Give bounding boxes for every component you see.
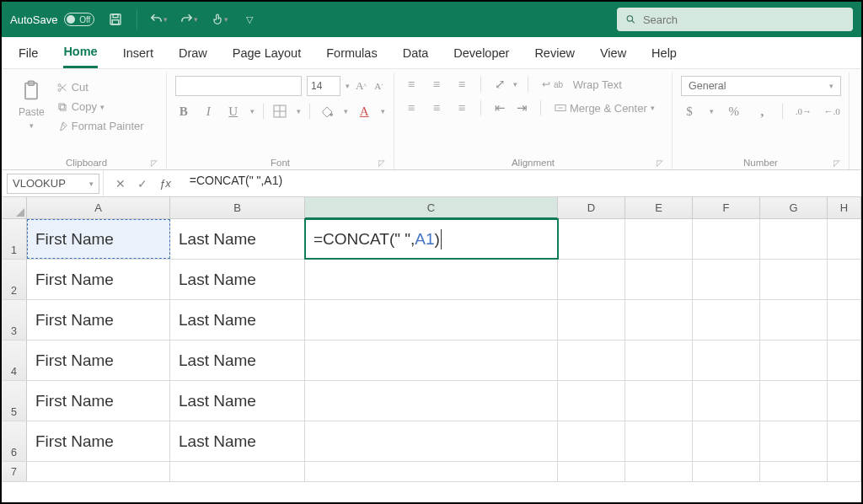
cell[interactable]: Last Name (170, 340, 305, 380)
tab-view[interactable]: View (600, 37, 626, 68)
search-input[interactable] (643, 13, 844, 26)
cell[interactable] (170, 462, 305, 481)
font-color-button[interactable]: A (356, 103, 373, 120)
cell[interactable] (625, 381, 693, 421)
cell[interactable]: First Name (27, 340, 170, 380)
decrease-font-icon[interactable]: Aˇ (373, 78, 385, 94)
enter-formula-icon[interactable]: ✓ (137, 177, 147, 190)
undo-icon[interactable]: ▾ (149, 10, 168, 29)
cell-C1-editing[interactable]: =CONCAT(" ",A1) (305, 219, 558, 259)
align-bottom-icon[interactable]: ≡ (453, 76, 470, 93)
cell[interactable] (558, 219, 625, 259)
tab-data[interactable]: Data (403, 37, 429, 68)
cell[interactable] (305, 300, 558, 340)
cell[interactable] (693, 260, 760, 299)
increase-font-icon[interactable]: A^ (355, 78, 367, 94)
cell[interactable]: First Name (27, 421, 170, 461)
clipboard-launcher-icon[interactable]: ◸ (151, 158, 158, 168)
merge-center-button[interactable]: Merge & Center ▾ (551, 100, 658, 116)
row-header[interactable]: 1 (2, 219, 27, 259)
cell[interactable] (27, 462, 170, 481)
cell[interactable] (625, 462, 693, 481)
increase-decimal-button[interactable]: .0→ (795, 103, 812, 120)
cell[interactable] (760, 260, 828, 299)
row-header[interactable]: 4 (2, 340, 27, 380)
font-size-select[interactable] (307, 76, 340, 96)
cell[interactable] (558, 462, 625, 481)
cell[interactable] (625, 300, 693, 340)
cell[interactable] (693, 462, 760, 481)
redo-icon[interactable]: ▾ (180, 10, 198, 29)
cell[interactable] (305, 421, 558, 461)
cell[interactable]: First Name (27, 260, 170, 299)
cell[interactable] (760, 340, 828, 380)
copy-button[interactable]: Copy ▾ (53, 99, 147, 115)
number-launcher-icon[interactable]: ◸ (834, 158, 840, 168)
save-icon[interactable] (106, 10, 125, 29)
bold-button[interactable]: B (175, 103, 192, 120)
select-all-corner[interactable] (2, 197, 27, 219)
cell[interactable] (828, 219, 861, 259)
font-launcher-icon[interactable]: ◸ (378, 158, 385, 168)
format-painter-button[interactable]: Format Painter (53, 118, 147, 134)
touch-mode-icon[interactable]: ▾ (210, 10, 228, 29)
col-header-H[interactable]: H (828, 197, 861, 219)
decrease-indent-icon[interactable]: ⇤ (491, 99, 508, 116)
cell[interactable] (558, 340, 625, 380)
number-format-select[interactable]: General▾ (681, 76, 841, 96)
col-header-E[interactable]: E (625, 197, 693, 219)
align-left-icon[interactable]: ≡ (403, 99, 420, 116)
cell[interactable] (305, 260, 558, 299)
increase-indent-icon[interactable]: ⇥ (513, 99, 530, 116)
cell[interactable] (828, 300, 861, 340)
cell[interactable]: Last Name (170, 300, 305, 340)
font-family-select[interactable] (175, 76, 302, 96)
col-header-B[interactable]: B (170, 197, 305, 219)
cell[interactable] (625, 340, 693, 380)
align-middle-icon[interactable]: ≡ (428, 76, 445, 93)
alignment-launcher-icon[interactable]: ◸ (657, 158, 663, 168)
orientation-button[interactable]: ⤢ (491, 76, 508, 93)
cell[interactable] (760, 421, 828, 461)
fx-icon[interactable]: ƒx (159, 177, 171, 190)
col-header-D[interactable]: D (558, 197, 625, 219)
tab-draw[interactable]: Draw (179, 37, 207, 68)
cell[interactable] (760, 462, 828, 481)
paste-button[interactable]: Paste ▾ (15, 76, 48, 133)
name-box[interactable]: VLOOKUP▾ (7, 174, 99, 194)
col-header-C[interactable]: C (305, 197, 558, 219)
cut-button[interactable]: Cut (53, 79, 147, 95)
cell[interactable] (305, 340, 558, 380)
underline-button[interactable]: U (225, 103, 242, 120)
formula-input[interactable]: =CONCAT(" ",A1) (183, 174, 861, 194)
cell[interactable] (558, 260, 625, 299)
tab-developer[interactable]: Developer (453, 37, 509, 68)
cell[interactable] (693, 381, 760, 421)
row-header[interactable]: 7 (2, 462, 27, 481)
italic-button[interactable]: I (201, 103, 217, 120)
cell[interactable] (760, 219, 828, 259)
cancel-formula-icon[interactable]: ✕ (115, 177, 126, 190)
cell[interactable] (760, 300, 828, 340)
cell[interactable]: Last Name (170, 260, 305, 299)
fill-color-button[interactable] (319, 103, 335, 120)
cell[interactable] (828, 462, 861, 481)
tab-review[interactable]: Review (534, 37, 575, 68)
cell-B1[interactable]: Last Name (170, 219, 305, 259)
row-header[interactable]: 6 (2, 421, 27, 461)
cell[interactable] (558, 300, 625, 340)
cell[interactable] (693, 421, 760, 461)
tab-formulas[interactable]: Formulas (326, 37, 377, 68)
cell[interactable] (558, 421, 625, 461)
cell[interactable] (625, 219, 693, 259)
percent-format-button[interactable]: % (726, 103, 742, 120)
cell[interactable] (828, 260, 861, 299)
cell[interactable] (625, 260, 693, 299)
cell[interactable] (693, 300, 760, 340)
accounting-format-button[interactable]: $ (681, 103, 698, 120)
tab-insert[interactable]: Insert (123, 37, 153, 68)
borders-button[interactable] (272, 103, 289, 120)
col-header-A[interactable]: A (27, 197, 170, 219)
tab-page-layout[interactable]: Page Layout (233, 37, 301, 68)
cell[interactable]: Last Name (170, 381, 305, 421)
